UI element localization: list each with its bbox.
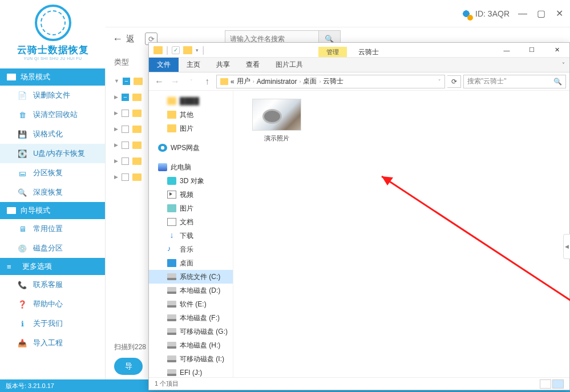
nav-item-desktop[interactable]: 桌面 (149, 256, 233, 270)
explorer-close[interactable]: ✕ (544, 43, 569, 58)
sidebar-item-support[interactable]: 📞联系客服 (0, 275, 105, 294)
nav-item-drive-e[interactable]: 软件 (E:) (149, 297, 233, 311)
view-icons-button[interactable] (552, 379, 564, 389)
sidebar-item-partition[interactable]: 🖴分区恢复 (0, 163, 105, 183)
explorer-minimize[interactable]: — (494, 43, 519, 58)
sidebar-item-format[interactable]: 💾误格式化 (0, 124, 105, 144)
nav-item-drive-f[interactable]: 本地磁盘 (F:) (149, 311, 233, 325)
app-logo: 云骑士数据恢复 YUN QI SHI SHU JU HUI FU (6, 5, 100, 60)
svg-line-0 (382, 176, 570, 308)
nav-pane[interactable]: ████ 其他 图片 WPS网盘 此电脑 3D 对象 视频 图片 文档 ↓下载 … (149, 91, 233, 377)
nav-history[interactable]: ˅ (184, 75, 198, 88)
sidebar-header-more: ≡ 更多选项 (0, 258, 105, 275)
nav-back[interactable]: ← (152, 75, 166, 88)
ribbon-tab-picture-tools[interactable]: 图片工具 (268, 58, 311, 72)
nav-up[interactable]: ↑ (200, 75, 214, 88)
nav-item-3d[interactable]: 3D 对象 (149, 174, 233, 188)
nav-item-drive-h[interactable]: 本地磁盘 (H:) (149, 338, 233, 352)
sidebar-item-recycle[interactable]: 🗑误清空回收站 (0, 105, 105, 124)
nav-item-pics[interactable]: 图片 (149, 201, 233, 215)
nav-item-docs[interactable]: 文档 (149, 215, 233, 229)
view-details-button[interactable] (540, 379, 551, 389)
file-area[interactable]: 演示照片 (233, 91, 569, 377)
folder-icon (183, 46, 192, 54)
folder-icon (153, 46, 163, 54)
ribbon-tab-share[interactable]: 共享 (208, 58, 238, 72)
nav-item[interactable]: ████ (149, 94, 233, 108)
sidebar-item-usb[interactable]: 💽U盘/内存卡恢复 (0, 144, 105, 163)
account-id: ID: 3AQR (460, 8, 510, 19)
nav-item-drive-j[interactable]: EFI (J:) (149, 366, 233, 377)
account-icon (460, 8, 472, 19)
nav-item-music[interactable]: ♪音乐 (149, 243, 233, 256)
nav-forward[interactable]: → (168, 75, 182, 88)
ribbon-collapse[interactable]: ˅ (562, 62, 565, 68)
sidebar-header-guide: 向导模式 (0, 202, 105, 219)
qat-button[interactable] (172, 46, 180, 54)
nav-item-other[interactable]: 其他 (149, 108, 233, 122)
svg-marker-1 (382, 176, 393, 185)
annotation-arrow (370, 165, 570, 313)
sidebar-item-about[interactable]: ℹ关于我们 (0, 314, 105, 333)
close-button[interactable]: ✕ (554, 9, 564, 19)
status-text: 1 个顶目 (155, 379, 179, 388)
nav-item-drive-d[interactable]: 本地磁盘 (D:) (149, 284, 233, 297)
ribbon-context-tab[interactable]: 管理 (318, 47, 347, 57)
explorer-maximize[interactable]: ☐ (519, 43, 544, 58)
nav-item-drive-g[interactable]: 可移动磁盘 (G:) (149, 325, 233, 338)
export-button[interactable]: 导 (114, 358, 143, 375)
sidebar-item-import[interactable]: 📥导入工程 (0, 333, 105, 353)
sidebar-item-deep[interactable]: 🔍深度恢复 (0, 183, 105, 202)
ribbon-tab-home[interactable]: 主页 (179, 58, 208, 72)
sidebar-item-help[interactable]: ❓帮助中心 (0, 294, 105, 314)
sidebar-item-deleted[interactable]: 📄误删除文件 (0, 86, 105, 105)
nav-item-drive-c[interactable]: 系统文件 (C:) (149, 270, 233, 284)
file-item-demo-photo[interactable]: 演示照片 (249, 99, 304, 143)
nav-item-this-pc[interactable]: 此电脑 (149, 160, 233, 174)
window-title: 云骑士 (358, 47, 379, 57)
explorer-window: | ▾ | 管理 云骑士 — ☐ ✕ 文件 主页 共享 查看 图片工具 ˅ ← … (148, 42, 570, 390)
nav-item-drive-i[interactable]: 可移动磁盘 (I:) (149, 352, 233, 366)
nav-item-wps[interactable]: WPS网盘 (149, 141, 233, 155)
refresh-button[interactable]: ⟳ (447, 75, 461, 88)
ribbon-tab-file[interactable]: 文件 (149, 58, 179, 72)
back-button[interactable]: ←返 (112, 33, 135, 45)
ribbon-tab-view[interactable]: 查看 (238, 58, 268, 72)
side-handle[interactable]: ◀ (563, 234, 570, 259)
address-bar[interactable]: « 用户› Administrator› 桌面› 云骑士 ˅ (216, 75, 445, 88)
nav-item-video[interactable]: 视频 (149, 188, 233, 201)
scan-status: 扫描到228 (114, 342, 146, 352)
nav-item-downloads[interactable]: ↓下载 (149, 229, 233, 243)
file-thumbnail (252, 99, 301, 131)
sidebar-item-disk[interactable]: 💿磁盘分区 (0, 239, 105, 258)
sidebar-item-common[interactable]: 🖥常用位置 (0, 219, 105, 239)
maximize-button[interactable]: ▢ (536, 9, 546, 19)
minimize-button[interactable]: — (518, 9, 528, 19)
nav-item-pictures[interactable]: 图片 (149, 122, 233, 135)
explorer-search[interactable]: 搜索"云骑士"🔍 (463, 75, 566, 88)
sidebar-header-scene: 场景模式 (0, 68, 105, 86)
sidebar: 场景模式 📄误删除文件 🗑误清空回收站 💾误格式化 💽U盘/内存卡恢复 🖴分区恢… (0, 68, 106, 379)
